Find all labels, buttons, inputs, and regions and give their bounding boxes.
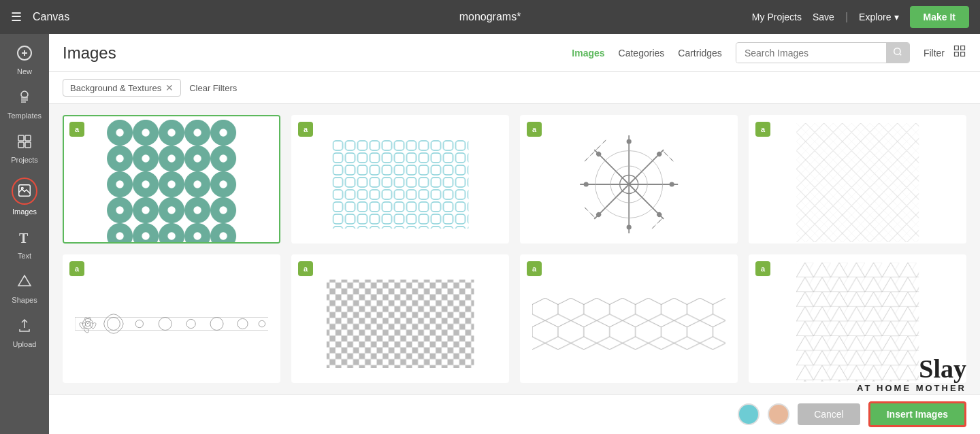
page-title: Images [63, 44, 116, 63]
my-projects-link[interactable]: My Projects [752, 12, 802, 22]
make-it-button[interactable]: Make It [910, 6, 969, 28]
image-card-1[interactable]: a [63, 115, 280, 244]
image-card-3[interactable]: a [520, 115, 738, 244]
header-right: My Projects Save | Explore ▾ Make It [752, 6, 969, 28]
sidebar: New Templates Pr [0, 34, 49, 434]
sidebar-label-templates: Templates [7, 112, 42, 120]
svg-rect-69 [532, 298, 725, 350]
sidebar-item-projects[interactable]: Projects [1, 128, 48, 169]
badge-7: a [527, 261, 542, 276]
templates-icon [16, 89, 33, 109]
image-preview-6 [293, 256, 508, 383]
search-input[interactable] [736, 44, 886, 63]
svg-text:T: T [19, 231, 29, 246]
cancel-button[interactable]: Cancel [798, 403, 860, 425]
svg-point-29 [626, 139, 631, 144]
svg-rect-6 [18, 135, 24, 141]
image-card-2[interactable]: a Granted ⓘ [291, 115, 509, 244]
tab-images[interactable]: Images [572, 45, 604, 61]
app-header: ☰ Canvas monograms* My Projects Save | E… [0, 0, 980, 34]
badge-3: a [527, 122, 542, 137]
sidebar-label-new: New [17, 67, 32, 76]
tab-categories[interactable]: Categories [619, 45, 665, 61]
filter-tag-label: Background & Textures [70, 83, 161, 93]
sidebar-label-images: Images [12, 207, 37, 216]
canvas-title: Canvas [33, 11, 69, 23]
svg-rect-7 [25, 135, 31, 141]
image-preview-2 [293, 116, 508, 244]
svg-point-41 [583, 182, 588, 186]
svg-line-15 [900, 54, 902, 56]
explore-dropdown[interactable]: Explore ▾ [859, 12, 898, 22]
sidebar-label-text: Text [18, 252, 31, 260]
svg-rect-17 [961, 46, 965, 50]
badge-2: a [298, 122, 313, 137]
header-divider: | [845, 11, 848, 23]
image-grid: a [49, 104, 980, 394]
badge-5: a [69, 261, 84, 276]
svg-rect-16 [955, 46, 959, 50]
svg-rect-8 [18, 142, 24, 148]
filter-bar: Background & Textures ✕ Clear Filters [49, 72, 980, 104]
image-preview-1 [64, 116, 279, 244]
filter-label[interactable]: Filter [924, 48, 945, 59]
svg-point-14 [894, 48, 900, 54]
svg-point-33 [669, 182, 674, 186]
bottom-bar: Cancel Insert Images [49, 394, 980, 434]
filter-area: Filter [924, 44, 966, 61]
text-icon: T [16, 229, 33, 249]
badge-4: a [755, 122, 770, 137]
projects-icon [16, 133, 33, 153]
image-preview-4 [750, 116, 965, 244]
svg-rect-18 [955, 52, 959, 56]
save-link[interactable]: Save [813, 12, 834, 22]
image-preview-8 [750, 256, 965, 383]
image-preview-3 [521, 116, 736, 244]
svg-rect-27 [332, 140, 468, 229]
image-card-6[interactable]: a Gr [291, 254, 509, 383]
svg-marker-13 [18, 276, 31, 286]
sidebar-item-new[interactable]: New [1, 39, 48, 81]
project-name: monograms* [459, 11, 521, 23]
shapes-icon [16, 273, 33, 293]
clear-filters-link[interactable]: Clear Filters [189, 83, 237, 93]
search-box [736, 42, 910, 63]
image-card-5[interactable]: a [63, 254, 280, 383]
sidebar-item-upload[interactable]: Upload [1, 312, 48, 354]
content-nav: Images Categories Cartridges Filter [572, 42, 966, 63]
image-card-4[interactable]: a Grante [749, 115, 966, 244]
badge-8: a [755, 261, 770, 276]
insert-images-button[interactable]: Insert Images [868, 401, 966, 427]
search-button[interactable] [886, 43, 909, 63]
color-swatch-2[interactable] [768, 403, 789, 425]
svg-rect-51 [796, 123, 919, 244]
image-preview-5 [64, 256, 279, 383]
filter-tag-close[interactable]: ✕ [165, 82, 174, 93]
sidebar-label-shapes: Shapes [12, 296, 37, 304]
sidebar-label-upload: Upload [13, 340, 37, 348]
image-card-7[interactable]: a Granted ⓘ [520, 254, 738, 383]
sidebar-item-shapes[interactable]: Shapes [1, 268, 48, 310]
content-header: Images Images Categories Cartridges Filt… [49, 34, 980, 72]
main-layout: New Templates Pr [0, 34, 980, 434]
grid-view-icon[interactable] [953, 44, 966, 61]
sidebar-label-projects: Projects [11, 156, 38, 164]
svg-rect-19 [961, 52, 965, 56]
svg-rect-25 [107, 120, 236, 244]
sidebar-item-text[interactable]: T Text [1, 224, 48, 265]
svg-point-37 [626, 224, 631, 229]
upload-icon [16, 318, 33, 337]
svg-rect-9 [25, 142, 31, 148]
chevron-down-icon: ▾ [894, 12, 899, 22]
active-filter-tag: Background & Textures ✕ [63, 79, 181, 97]
svg-rect-67 [327, 280, 474, 368]
badge-6: a [298, 261, 313, 276]
plus-icon [16, 45, 33, 65]
sidebar-item-images[interactable]: Images [1, 172, 48, 221]
sidebar-item-templates[interactable]: Templates [1, 84, 48, 125]
image-card-8[interactable]: a Granted ⓘ [749, 254, 966, 383]
menu-icon[interactable]: ☰ [11, 10, 22, 24]
tab-cartridges[interactable]: Cartridges [678, 45, 722, 61]
image-preview-7 [521, 256, 736, 383]
color-swatch-1[interactable] [738, 403, 760, 425]
